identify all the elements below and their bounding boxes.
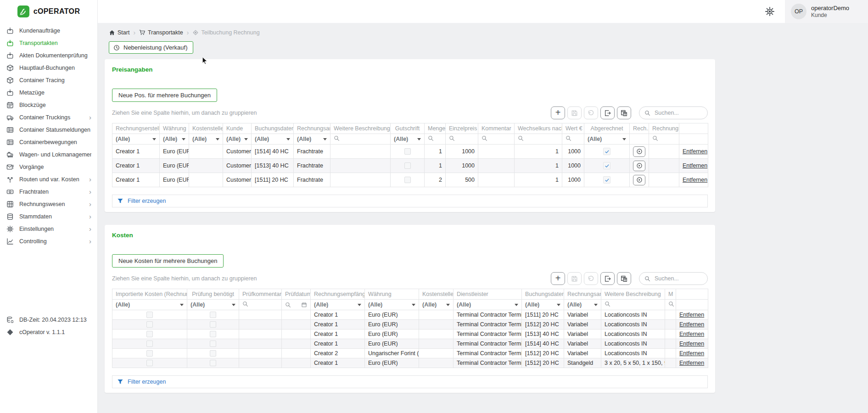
column-header-weitere_beschreibung[interactable]: Weitere Beschreibung bbox=[601, 289, 665, 300]
column-header-dienstleister[interactable]: Dienstleister bbox=[454, 289, 522, 300]
search-icon[interactable] bbox=[242, 301, 248, 307]
checkbox-unchecked[interactable] bbox=[210, 331, 216, 337]
search-icon[interactable] bbox=[566, 135, 571, 141]
column-header-entfernen[interactable] bbox=[676, 289, 708, 300]
sidebar-item-akten-dokumentenprüfung[interactable]: Akten Dokumentenprüfung bbox=[0, 49, 97, 61]
filter-select[interactable]: (Alle) bbox=[116, 136, 156, 142]
context-badge[interactable]: Nebenleistung (Verkauf) bbox=[109, 41, 193, 54]
checkbox-unchecked[interactable] bbox=[404, 148, 411, 155]
column-header-rechnungsart[interactable]: Rechnungsart bbox=[294, 123, 330, 134]
remove-row-link[interactable]: Entfernen bbox=[679, 312, 704, 318]
filter-select[interactable]: (Alle) bbox=[525, 301, 560, 308]
filter-select[interactable]: (Alle) bbox=[588, 136, 626, 142]
column-header-rechnungsersteller[interactable]: Rechnungsersteller bbox=[112, 123, 160, 134]
checkbox-unchecked[interactable] bbox=[146, 360, 153, 366]
user-menu[interactable]: OP operatorDemo Kunde bbox=[785, 0, 868, 23]
filter-select[interactable]: (Alle) bbox=[116, 301, 184, 308]
sidebar-item-containerbewegungen[interactable]: Containerbewegungen bbox=[0, 136, 97, 148]
filter-select[interactable]: (Alle) bbox=[192, 136, 219, 142]
column-header-rechnungsnummer[interactable]: Rechnungsnum bbox=[649, 123, 679, 134]
sidebar-item-kundenaufträge[interactable]: Kundenaufträge bbox=[0, 24, 97, 37]
column-header-einzelpreis[interactable]: Einzelpreis bbox=[446, 123, 478, 134]
open-invoice-button[interactable] bbox=[633, 146, 645, 157]
column-header-abgerechnet[interactable]: Abgerechnet bbox=[584, 123, 630, 134]
new-positions-button[interactable]: Neue Pos. für mehrere Buchungen bbox=[112, 89, 217, 102]
column-header-buchungsdaten[interactable]: Buchungsdaten bbox=[252, 123, 294, 134]
sidebar-item-vorgänge[interactable]: Vorgänge bbox=[0, 161, 97, 173]
sidebar-item-einstellungen[interactable]: Einstellungen› bbox=[0, 223, 97, 235]
sidebar-item-container-truckings[interactable]: Container Truckings› bbox=[0, 111, 97, 123]
checkbox-unchecked[interactable] bbox=[210, 321, 216, 328]
filter-select[interactable]: (Alle) bbox=[297, 136, 327, 142]
filter-date[interactable] bbox=[285, 302, 307, 308]
column-chooser-button[interactable] bbox=[617, 106, 631, 119]
column-header-weitere_beschreibung[interactable]: Weitere Beschreibung bbox=[330, 123, 391, 134]
column-header-gutschrift[interactable]: Gutschrift bbox=[391, 123, 425, 134]
sidebar-item-transportakten[interactable]: Transportakten bbox=[0, 37, 97, 49]
filter-select[interactable]: (Alle) bbox=[163, 136, 185, 142]
search-icon[interactable] bbox=[449, 135, 455, 141]
filter-select[interactable]: (Alle) bbox=[226, 136, 248, 142]
column-chooser-button[interactable] bbox=[617, 272, 631, 285]
column-header-rechnungsart[interactable]: Rechnungsart bbox=[564, 289, 601, 300]
grid-search[interactable] bbox=[639, 272, 708, 285]
sidebar-item-rechnungswesen[interactable]: Rechnungswesen› bbox=[0, 198, 97, 210]
checkbox-unchecked[interactable] bbox=[404, 162, 411, 169]
filter-select[interactable]: (Alle) bbox=[457, 301, 518, 308]
search-icon[interactable] bbox=[652, 135, 658, 141]
filter-create-link[interactable]: Filter erzeugen bbox=[112, 195, 708, 207]
sidebar-item-controlling[interactable]: Controlling› bbox=[0, 235, 97, 247]
filter-select[interactable]: (Alle) bbox=[190, 301, 235, 308]
add-row-button[interactable]: + bbox=[551, 272, 565, 285]
checkbox-unchecked[interactable] bbox=[146, 321, 153, 328]
column-header-wechselkurs_nach_eur[interactable]: Wechselkurs nach € bbox=[515, 123, 562, 134]
sidebar-item-container-tracing[interactable]: Container Tracing bbox=[0, 74, 97, 86]
filter-select[interactable]: (Alle) bbox=[567, 301, 598, 308]
checkbox-unchecked[interactable] bbox=[146, 312, 153, 318]
remove-row-link[interactable]: Entfernen bbox=[683, 177, 707, 183]
add-row-button[interactable]: + bbox=[551, 106, 565, 119]
remove-row-link[interactable]: Entfernen bbox=[679, 331, 704, 337]
column-header-pruefung_benoetigt[interactable]: Prüfung benötigt bbox=[187, 289, 239, 300]
column-header-waehrung[interactable]: Währung bbox=[160, 123, 189, 134]
sidebar-item-routen-und-var-kosten[interactable]: Routen und var. Kosten› bbox=[0, 173, 97, 185]
sidebar-item-frachtraten[interactable]: Frachtraten› bbox=[0, 185, 97, 198]
checkbox-unchecked[interactable] bbox=[146, 350, 153, 357]
remove-row-link[interactable]: Entfernen bbox=[679, 360, 704, 366]
sidebar-item-wagen-und-lokmanagement[interactable]: Wagen- und Lokmanagement bbox=[0, 148, 97, 161]
column-header-rechnung[interactable]: Rech... bbox=[630, 123, 649, 134]
column-header-menge[interactable]: Menge bbox=[425, 123, 446, 134]
filter-select[interactable]: (Alle) bbox=[368, 301, 415, 308]
search-icon[interactable] bbox=[605, 301, 610, 307]
remove-row-link[interactable]: Entfernen bbox=[679, 340, 704, 347]
checkbox-unchecked[interactable] bbox=[210, 312, 216, 318]
column-header-kommentar[interactable]: Kommentar bbox=[478, 123, 515, 134]
column-header-menge[interactable]: M bbox=[665, 289, 676, 300]
column-header-pruefkommentar[interactable]: Prüfkommentar bbox=[239, 289, 282, 300]
filter-select[interactable]: (Alle) bbox=[314, 301, 361, 308]
open-invoice-button[interactable] bbox=[633, 161, 645, 171]
checkbox-unchecked[interactable] bbox=[146, 331, 153, 337]
column-header-kostenstelle[interactable]: Kostenstelle bbox=[419, 289, 454, 300]
column-header-wert_eur[interactable]: Wert € bbox=[562, 123, 584, 134]
sidebar-item-metazüge[interactable]: Metazüge bbox=[0, 86, 97, 99]
breadcrumb-item-transportakte[interactable]: Transportakte bbox=[139, 29, 183, 36]
filter-select[interactable]: (Alle) bbox=[422, 301, 450, 308]
remove-row-link[interactable]: Entfernen bbox=[683, 148, 707, 155]
sidebar-item-hauptlauf-buchungen[interactable]: Hauptlauf-Buchungen bbox=[0, 61, 97, 74]
breadcrumb-item-start[interactable]: Start bbox=[109, 29, 129, 36]
open-invoice-button[interactable] bbox=[633, 175, 645, 185]
filter-select[interactable]: (Alle) bbox=[255, 136, 290, 142]
column-header-waehrung[interactable]: Währung bbox=[365, 289, 419, 300]
search-icon[interactable] bbox=[428, 135, 434, 141]
column-header-kunde[interactable]: Kunde bbox=[223, 123, 252, 134]
sidebar-item-container-statusmeldungen[interactable]: Container Statusmeldungen bbox=[0, 123, 97, 136]
column-header-entfernen[interactable] bbox=[679, 123, 708, 134]
column-header-rechnungsempfaenger[interactable]: Rechnungsempfänger bbox=[311, 289, 365, 300]
remove-row-link[interactable]: Entfernen bbox=[679, 321, 704, 328]
checkbox-unchecked[interactable] bbox=[210, 360, 216, 366]
column-header-importierte_kosten[interactable]: Importierte Kosten (Rechnung) bbox=[112, 289, 187, 300]
sidebar-item-blockzüge[interactable]: Blockzüge bbox=[0, 99, 97, 111]
app-logo[interactable]: cOPERATOR bbox=[0, 0, 97, 23]
settings-gear-icon[interactable] bbox=[765, 6, 775, 17]
